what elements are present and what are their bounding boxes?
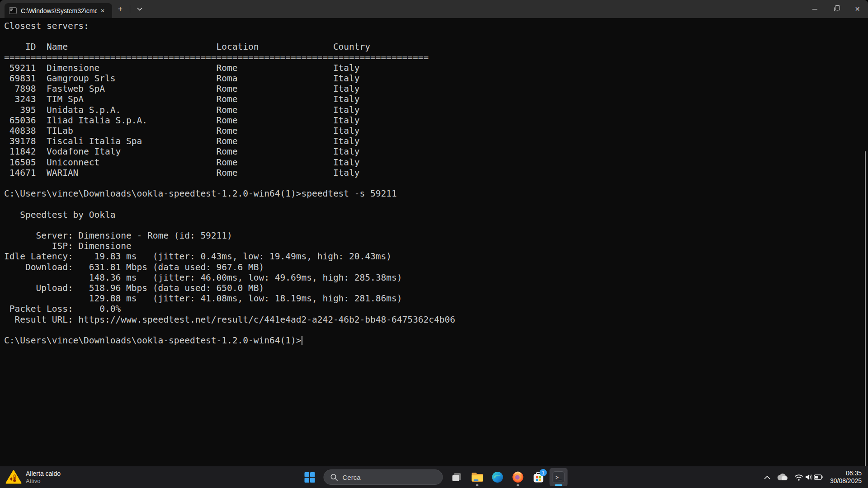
minimize-button[interactable] <box>804 0 826 18</box>
terminal-window: C:\Windows\System32\cmd.e ✕ + ✕ Closest … <box>0 0 868 488</box>
weather-widget[interactable]: Allerta caldo Attivo <box>5 470 61 484</box>
close-button[interactable]: ✕ <box>847 0 868 18</box>
taskbar: Allerta caldo Attivo <box>0 466 868 488</box>
terminal-line <box>4 178 868 188</box>
chevron-up-icon <box>764 475 770 479</box>
terminal-line <box>4 31 868 42</box>
tab-bar-divider <box>130 5 130 13</box>
active-running-indicator <box>555 484 562 486</box>
running-indicator <box>517 484 519 486</box>
firefox-icon <box>512 471 524 483</box>
windows-logo-icon <box>304 472 315 483</box>
windows-terminal-button[interactable]: >_ <box>550 468 568 486</box>
tab-close-icon[interactable]: ✕ <box>97 5 108 16</box>
restore-icon <box>834 7 838 11</box>
server-row: 14671 WARIAN Rome Italy <box>4 168 868 178</box>
search-icon <box>330 474 338 481</box>
wifi-icon <box>795 475 802 481</box>
file-explorer-icon <box>471 472 483 483</box>
wifi-volume-battery-icons <box>795 473 823 481</box>
server-row: 65036 Iliad Italia S.p.A. Rome Italy <box>4 115 868 126</box>
speedtest-isp-line: ISP: Dimensione <box>4 241 868 251</box>
speedtest-packet-loss-line: Packet Loss: 0.0% <box>4 304 868 314</box>
search-input[interactable] <box>343 474 424 481</box>
weather-title: Allerta caldo <box>26 470 61 478</box>
speedtest-upload-line: Upload: 518.96 Mbps (data used: 650.0 MB… <box>4 283 868 293</box>
titlebar: C:\Windows\System32\cmd.e ✕ + ✕ <box>0 0 868 18</box>
microsoft-store-button[interactable]: 1 <box>529 468 547 486</box>
file-explorer-button[interactable] <box>468 468 486 486</box>
server-row: 7898 Fastweb SpA Rome Italy <box>4 84 868 94</box>
terminal-line <box>4 220 868 230</box>
tab-cmd[interactable]: C:\Windows\System32\cmd.e ✕ <box>5 3 112 18</box>
task-view-icon <box>452 472 462 483</box>
network-volume-battery-group[interactable] <box>793 469 824 485</box>
restore-button[interactable] <box>826 0 847 18</box>
text-cursor <box>302 336 302 345</box>
weather-status: Attivo <box>26 478 61 485</box>
speedtest-banner: Speedtest by Ookla <box>4 210 868 220</box>
edge-button[interactable] <box>489 468 507 486</box>
tray-overflow-button[interactable] <box>763 469 772 485</box>
close-icon: ✕ <box>855 5 860 13</box>
server-row: 395 Unidata S.p.A. Rome Italy <box>4 105 868 115</box>
server-table-divider: ========================================… <box>4 52 868 63</box>
widgets-area: Allerta caldo Attivo <box>0 466 68 488</box>
terminal-content[interactable]: Closest servers: ID Name Location Countr… <box>0 18 868 466</box>
speedtest-server-line: Server: Dimensione - Rome (id: 59211) <box>4 230 868 241</box>
speedtest-result-url-line: Result URL: https://www.speedtest.net/re… <box>4 314 868 325</box>
taskbar-center: 1 >_ <box>301 466 568 488</box>
clock-time: 06:35 <box>830 469 862 477</box>
task-view-button[interactable] <box>448 468 466 486</box>
prompt-line: C:\Users\vince\Downloads\ookla-speedtest… <box>4 335 868 346</box>
clock-date: 30/08/2025 <box>830 477 862 485</box>
tab-dropdown-button[interactable] <box>132 0 148 18</box>
taskbar-clock[interactable]: 06:35 30/08/2025 <box>828 469 862 485</box>
edge-icon <box>492 471 504 483</box>
terminal-line <box>4 325 868 335</box>
server-row: 16505 Uniconnect Rome Italy <box>4 157 868 168</box>
prompt-command-line: C:\Users\vince\Downloads\ookla-speedtest… <box>4 188 868 199</box>
server-row: 69831 Gamgroup Srls Roma Italy <box>4 73 868 84</box>
terminal-icon: >_ <box>553 471 565 483</box>
server-row: 3243 TIM SpA Rome Italy <box>4 94 868 104</box>
server-row: 40838 TILab Rome Italy <box>4 126 868 136</box>
new-tab-button[interactable]: + <box>112 0 128 18</box>
running-indicator <box>476 484 479 486</box>
server-row: 59211 Dimensione Rome Italy <box>4 63 868 73</box>
server-row: 11842 Vodafone Italy Rome Italy <box>4 146 868 157</box>
server-row: 39178 Tiscali Italia Spa Rome Italy <box>4 136 868 146</box>
notification-badge: 1 <box>540 469 547 476</box>
start-button[interactable] <box>301 468 319 486</box>
weather-texts: Allerta caldo Attivo <box>26 470 61 484</box>
cmd-icon <box>9 7 17 14</box>
onedrive-cloud-icon <box>777 474 788 481</box>
chevron-down-icon <box>137 7 142 11</box>
window-controls: ✕ <box>804 0 868 18</box>
speedtest-upload-latency-line: 129.88 ms (jitter: 41.08ms, low: 18.19ms… <box>4 293 868 304</box>
tab-title: C:\Windows\System32\cmd.e <box>21 7 97 14</box>
firefox-button[interactable] <box>509 468 527 486</box>
speedtest-download-line: Download: 631.81 Mbps (data used: 967.6 … <box>4 262 868 272</box>
terminal-line: Closest servers: <box>4 21 868 31</box>
battery-icon <box>814 475 823 479</box>
scrollbar-thumb[interactable] <box>865 151 866 466</box>
system-tray: 06:35 30/08/2025 <box>763 466 868 488</box>
terminal-line <box>4 199 868 209</box>
onedrive-button[interactable] <box>776 469 789 485</box>
speedtest-download-latency-line: 148.36 ms (jitter: 46.00ms, low: 49.69ms… <box>4 272 868 283</box>
volume-icon <box>806 475 812 480</box>
taskbar-search[interactable] <box>324 469 443 485</box>
minimize-icon <box>812 9 817 9</box>
heat-alert-icon <box>5 470 22 484</box>
titlebar-drag-area[interactable] <box>148 0 804 18</box>
speedtest-idle-latency-line: Idle Latency: 19.83 ms (jitter: 0.43ms, … <box>4 251 868 262</box>
server-table-header: ID Name Location Country <box>4 42 868 52</box>
